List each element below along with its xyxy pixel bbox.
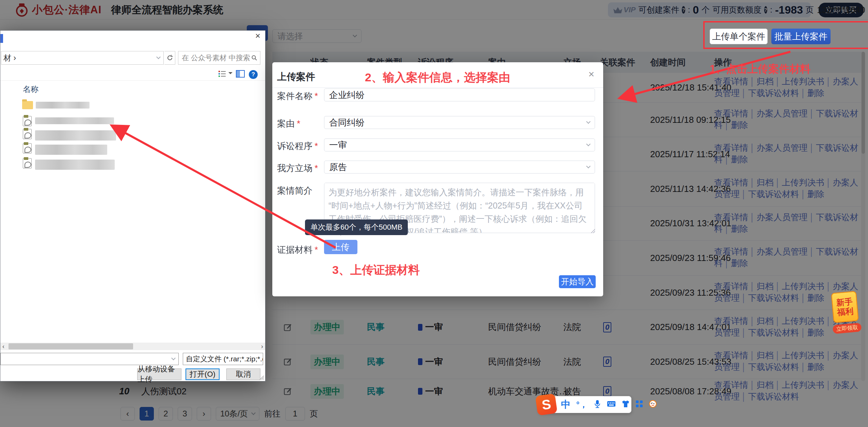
file-list: 名称 xyxy=(0,80,265,325)
close-icon[interactable]: × xyxy=(255,31,260,41)
stance-label: 我方立场* xyxy=(277,162,318,174)
start-import-button[interactable]: 开始导入 xyxy=(559,275,596,288)
filename-row: 自定义文件 (*.rar;*.zip;*.doc;*. xyxy=(0,353,265,366)
ime-toolbar: S 中 °， xyxy=(539,396,631,413)
procedure-select[interactable]: 一审 xyxy=(324,138,595,151)
upload-single-case-button[interactable]: 上传单个案件 xyxy=(710,29,768,44)
chevron-down-icon xyxy=(171,356,176,360)
preview-pane-icon[interactable] xyxy=(236,70,245,79)
chevron-down-icon xyxy=(586,119,591,124)
annotation-step1: 1、点击上传案件材料 xyxy=(710,62,810,76)
help-icon[interactable]: ? xyxy=(249,70,258,79)
ime-chinese-mode-icon[interactable]: 中 xyxy=(561,398,570,411)
ime-punctuation-icon[interactable]: °， xyxy=(576,399,588,410)
image-file-icon[interactable] xyxy=(23,143,32,153)
stance-value: 原告 xyxy=(329,161,347,173)
chevron-down-icon[interactable] xyxy=(228,72,232,76)
view-toolbar: ? xyxy=(0,69,265,80)
keyboard-icon[interactable] xyxy=(607,400,616,409)
case-name-label: 案件名称* xyxy=(277,90,318,102)
address-breadcrumb[interactable]: 材 › xyxy=(1,51,164,65)
annotation-step3: 3、上传证据材料 xyxy=(332,262,420,278)
upload-tooltip: 单次最多60个，每个500MB xyxy=(305,219,408,235)
redacted-file-name[interactable] xyxy=(35,130,116,141)
ime-logo-icon[interactable]: S xyxy=(535,393,558,416)
scrollbar-thumb[interactable] xyxy=(9,343,133,349)
upload-case-modal: 上传案件 2、输入案件信息，选择案由 × 案件名称* 案由* 合同纠纷 诉讼程序… xyxy=(272,62,603,296)
scroll-right-arrow[interactable]: › xyxy=(259,343,265,350)
newbie-promo-badge[interactable]: 新手 福利 立即领取 xyxy=(830,291,863,338)
dialog-buttons: 从移动设备上传 打开(O) 取消 xyxy=(0,368,265,381)
chevron-down-icon xyxy=(156,55,161,59)
resize-grip[interactable] xyxy=(260,376,264,380)
folder-icon[interactable] xyxy=(22,101,33,109)
image-file-icon[interactable] xyxy=(23,129,32,139)
open-button[interactable]: 打开(O) xyxy=(186,368,220,380)
brief-label: 案情简介 xyxy=(277,185,312,197)
close-icon[interactable]: × xyxy=(588,68,594,80)
screen: 小包公·法律AI 律师全流程智能办案系统 VIP 可创建案件 ?: 0 个 可用… xyxy=(0,0,868,427)
stance-select[interactable]: 原告 xyxy=(324,161,595,174)
divider xyxy=(272,87,603,88)
claim-now-button[interactable]: 立即领取 xyxy=(833,323,862,334)
procedure-label: 诉讼程序* xyxy=(277,140,318,152)
redacted-file-name[interactable] xyxy=(36,102,90,109)
microphone-icon[interactable] xyxy=(594,400,601,409)
chevron-down-icon xyxy=(586,164,591,168)
file-picker-dialog: × 材 › 在 公众号素材 中搜索 ? xyxy=(0,30,266,381)
image-file-icon[interactable] xyxy=(23,158,32,168)
textarea-resize-grip[interactable] xyxy=(591,229,595,233)
promo-line2: 福利 xyxy=(837,306,854,317)
name-column-header[interactable]: 名称 xyxy=(23,84,38,95)
mobile-upload-button[interactable]: 从移动设备上传 xyxy=(137,368,181,380)
chevron-down-icon xyxy=(586,142,591,146)
search-placeholder: 在 公众号素材 中搜索 xyxy=(182,53,250,63)
file-type-select[interactable]: 自定义文件 (*.rar;*.zip;*.doc;*. xyxy=(183,353,263,365)
image-file-icon[interactable] xyxy=(23,116,32,126)
skin-icon[interactable] xyxy=(622,400,630,409)
upload-batch-case-button[interactable]: 批量上传案件 xyxy=(771,29,831,44)
cancel-button[interactable]: 取消 xyxy=(226,368,260,380)
promo-ribbon: 新手 福利 xyxy=(831,291,858,323)
redacted-file-name[interactable] xyxy=(35,160,115,170)
list-view-icon[interactable] xyxy=(218,70,226,79)
refresh-button[interactable] xyxy=(164,51,175,65)
search-box[interactable]: 在 公众号素材 中搜索 xyxy=(178,51,260,65)
scroll-left-arrow[interactable]: ‹ xyxy=(0,343,6,350)
modal-title: 上传案件 xyxy=(277,70,315,83)
redacted-file-name[interactable] xyxy=(35,145,107,155)
dialog-titlebar[interactable]: × xyxy=(0,31,265,41)
horizontal-scrollbar[interactable]: ‹ › xyxy=(0,343,265,350)
upload-evidence-button[interactable]: 上传 xyxy=(324,240,357,254)
cause-label: 案由* xyxy=(277,118,300,130)
cause-select[interactable]: 合同纠纷 xyxy=(324,116,595,129)
toolbox-grid-icon[interactable] xyxy=(636,400,643,409)
filename-input[interactable] xyxy=(0,353,179,365)
search-icon xyxy=(251,55,257,61)
redacted-file-name[interactable] xyxy=(35,117,114,124)
annotation-step2: 2、输入案件信息，选择案由 xyxy=(365,70,510,85)
cause-value: 合同纠纷 xyxy=(329,117,365,129)
file-type-value: 自定义文件 (*.rar;*.zip;*.doc;*. xyxy=(186,354,263,364)
case-name-input[interactable] xyxy=(324,88,595,101)
address-row: 材 › 在 公众号素材 中搜索 xyxy=(0,51,265,65)
evidence-label: 证据材料* xyxy=(277,244,318,256)
nav-selected-item xyxy=(0,34,3,43)
breadcrumb: 材 › xyxy=(3,53,16,63)
procedure-value: 一审 xyxy=(329,139,347,151)
emoji-sticker-icon[interactable] xyxy=(649,400,657,409)
promo-line1: 新手 xyxy=(836,297,853,308)
